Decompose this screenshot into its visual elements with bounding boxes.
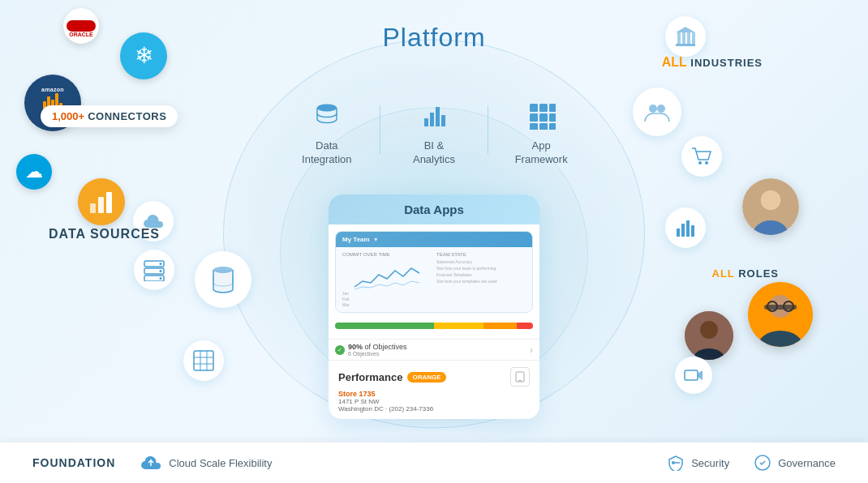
svg-rect-17 xyxy=(98,197,104,213)
team-state-label: TEAM STATE xyxy=(436,252,526,257)
svg-rect-4 xyxy=(441,115,445,126)
industries-text: INDUSTRIES xyxy=(690,57,763,69)
data-apps-card: Data Apps My Team ▼ COMMIT OVER TIME Jan… xyxy=(329,194,539,419)
amazon-top-text: amazon xyxy=(41,87,64,92)
cloud-label: Cloud Scale Flexibility xyxy=(169,457,272,469)
svg-point-25 xyxy=(160,277,162,280)
cart-icon xyxy=(690,145,713,168)
device-icon xyxy=(510,367,530,387)
svg-rect-18 xyxy=(106,192,112,213)
chart-labels: Jan Feb Mar xyxy=(342,291,432,307)
objectives-pct: 90% xyxy=(348,343,363,351)
governance-item: Governance xyxy=(754,454,836,472)
avatar-woman xyxy=(742,178,799,235)
database-icon xyxy=(309,97,345,133)
snowflake-symbol: ❄ xyxy=(135,45,153,67)
svg-rect-33 xyxy=(682,32,685,44)
table-icon xyxy=(192,349,215,372)
google-analytics-content xyxy=(88,189,114,215)
chart-role-circle xyxy=(665,207,706,248)
security-label: Security xyxy=(691,457,729,469)
data-apps-header: Data Apps xyxy=(329,194,539,224)
table-icon-circle xyxy=(183,340,224,381)
svg-point-23 xyxy=(160,263,162,265)
ga-chart xyxy=(88,189,114,215)
svg-rect-1 xyxy=(424,118,428,126)
svg-rect-58 xyxy=(685,370,698,380)
data-integration-label: DataIntegration xyxy=(302,139,351,167)
objectives-label: of Objectives xyxy=(365,343,407,351)
roles-label-text: ROLES xyxy=(738,267,779,280)
svg-rect-6 xyxy=(539,104,548,112)
pillar-app-framework: AppFramework xyxy=(501,97,582,167)
svg-point-24 xyxy=(160,270,162,272)
svg-point-40 xyxy=(705,161,708,165)
man-dark-svg xyxy=(685,311,733,360)
pillars-row: DataIntegration BI &Analytics xyxy=(280,97,588,167)
progress-orange xyxy=(483,323,517,329)
svg-rect-2 xyxy=(430,113,434,126)
data-apps-content: My Team ▼ COMMIT OVER TIME Jan Feb Mar xyxy=(329,231,539,419)
pillar-divider-1 xyxy=(380,105,380,154)
industries-all: ALL xyxy=(662,55,687,69)
progress-red xyxy=(517,323,533,329)
check-circle: ✓ xyxy=(335,345,345,355)
data-sources-label: DATA SOURCES xyxy=(49,227,160,242)
mini-dashboard: My Team ▼ COMMIT OVER TIME Jan Feb Mar xyxy=(335,231,533,313)
grid-icon xyxy=(523,97,559,133)
industries-label-container: ALL INDUSTRIES xyxy=(662,55,763,70)
oracle-symbol xyxy=(67,20,96,32)
state-item-2: See how your team is performing xyxy=(436,266,526,271)
app-framework-label: AppFramework xyxy=(515,139,568,167)
mini-team-state: TEAM STATE Salesman Accuracy See how you… xyxy=(436,252,526,307)
shopping-industry-circle xyxy=(681,136,722,177)
svg-rect-41 xyxy=(677,229,680,237)
oracle-text: ORACLE xyxy=(69,32,93,37)
svg-rect-43 xyxy=(686,220,690,237)
oracle-logo: ORACLE xyxy=(63,8,99,44)
svg-rect-15 xyxy=(518,380,522,381)
progress-section xyxy=(329,319,539,339)
svg-marker-31 xyxy=(676,27,695,32)
svg-point-0 xyxy=(317,105,337,112)
man-glasses-svg xyxy=(748,282,813,347)
svg-rect-9 xyxy=(539,113,548,122)
svg-point-48 xyxy=(762,191,780,209)
governance-icon xyxy=(754,454,771,472)
objectives-text: 90% of Objectives 6 Objectives xyxy=(348,343,407,357)
bi-analytics-label: BI &Analytics xyxy=(413,139,455,167)
chart-bar-icon xyxy=(416,97,452,133)
svg-rect-8 xyxy=(530,113,538,122)
woman-avatar-svg xyxy=(742,178,799,235)
dropdown-arrow: ▼ xyxy=(373,237,379,242)
connectors-badge: 1,000+ CONNECTORS xyxy=(41,105,178,127)
svg-rect-10 xyxy=(549,113,556,122)
server-icon-circle xyxy=(134,250,174,290)
bank-industry-circle xyxy=(665,16,706,57)
roles-all: ALL xyxy=(712,267,735,280)
chevron-right-icon: › xyxy=(530,344,533,356)
store-city-phone: Washington DC · (202) 234-7336 xyxy=(338,405,530,412)
svg-point-39 xyxy=(698,161,702,165)
svg-rect-7 xyxy=(549,104,556,112)
roles-label-container: ALL ROLES xyxy=(712,267,779,280)
progress-bar xyxy=(335,323,533,329)
mini-dash-body: COMMIT OVER TIME Jan Feb Mar TEAM STATE … xyxy=(336,247,532,312)
state-item-4: See how your templates are used xyxy=(436,279,526,284)
svg-point-38 xyxy=(657,105,665,113)
performance-badge: ORANGE xyxy=(407,372,445,383)
performance-section: Performance ORANGE Store 1735 1471 P St … xyxy=(329,360,539,419)
snowflake-logo: ❄ xyxy=(120,32,167,79)
cloud-item: Cloud Scale Flexibility xyxy=(140,455,272,471)
svg-rect-34 xyxy=(687,32,690,44)
objectives-count: 6 Objectives xyxy=(348,351,407,357)
svg-marker-59 xyxy=(698,370,703,380)
svg-rect-12 xyxy=(539,123,548,130)
svg-rect-16 xyxy=(90,203,96,213)
pillar-divider-2 xyxy=(488,105,488,154)
store-id: Store 1735 xyxy=(338,390,530,398)
svg-rect-13 xyxy=(549,123,556,130)
perf-row: Performance ORANGE xyxy=(338,367,530,387)
pillar-data-integration: DataIntegration xyxy=(286,97,367,167)
google-analytics-logo xyxy=(78,178,125,225)
